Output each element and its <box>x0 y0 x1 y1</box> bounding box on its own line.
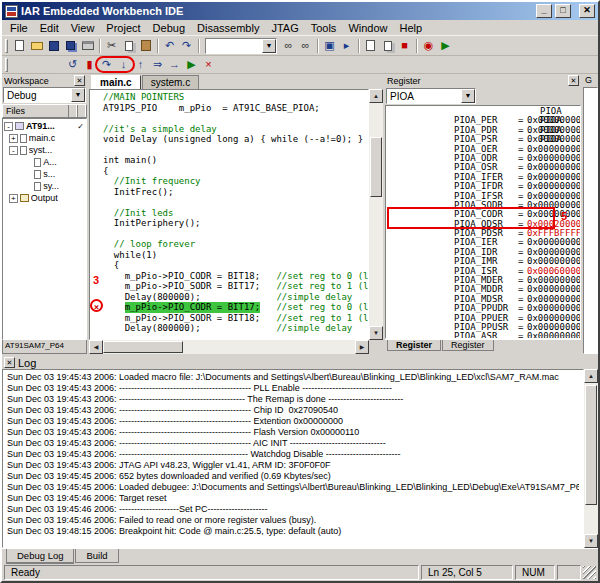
register-row[interactable]: PIOA_PDSR=0xFFFBFFFF <box>386 220 580 229</box>
code-line[interactable]: × InitFrec(); <box>90 187 368 198</box>
menu-item[interactable]: Window <box>342 21 393 35</box>
editor-vscroll-thumb[interactable] <box>370 137 382 197</box>
register-row[interactable]: PIOA_ISR=0x00060000 <box>386 257 580 266</box>
break-button[interactable]: ▮ <box>81 57 98 73</box>
breakpoint-margin[interactable]: × <box>90 313 103 324</box>
tree-expander-icon[interactable]: + <box>9 134 18 143</box>
breakpoint-margin[interactable]: × <box>90 134 103 145</box>
register-row[interactable]: PIOA_IER=0x00000000 <box>386 229 580 238</box>
code-line[interactable]: ×int main() <box>90 155 368 166</box>
paste-button[interactable] <box>137 38 154 54</box>
breakpoint-margin[interactable]: × <box>90 239 103 250</box>
find-button[interactable]: ∞ <box>280 38 297 54</box>
register-row[interactable]: PIOA_OER=0x00000000PIOA <box>386 135 580 144</box>
register-row[interactable]: PIOA_IFER=0x00000000 <box>386 163 580 172</box>
breakpoint-margin[interactable]: × <box>90 124 103 135</box>
toolbar-separator[interactable] <box>314 38 321 54</box>
code-line[interactable]: × <box>90 229 368 240</box>
breakpoint-margin[interactable]: × <box>90 103 103 114</box>
breakpoint-margin[interactable]: × <box>90 113 103 124</box>
step-out-button[interactable]: ↑ <box>132 57 149 73</box>
menu-item[interactable]: Edit <box>34 21 65 35</box>
register-row[interactable]: PIOA_IMR=0x00000000 <box>386 248 580 257</box>
scroll-left-icon[interactable]: ◀ <box>89 340 103 354</box>
editor-horizontal-scrollbar[interactable]: ◀ ▶ <box>89 340 369 354</box>
breakpoint-margin[interactable]: × <box>90 92 103 103</box>
code-line[interactable]: ×//it's a simple delay <box>90 124 368 135</box>
breakpoint-margin[interactable]: × <box>90 292 103 303</box>
menu-item[interactable]: JTAG <box>265 21 304 35</box>
cut-button[interactable]: ✂ <box>103 38 120 54</box>
print-button[interactable] <box>79 38 96 54</box>
editor-vertical-scrollbar[interactable]: ▲ ▼ <box>369 89 383 340</box>
files-header-column[interactable] <box>68 105 77 117</box>
breakpoint-margin[interactable]: × <box>90 166 103 177</box>
code-line[interactable]: ×{ <box>90 166 368 177</box>
register-row[interactable]: PIOA_ODSR=0x00020000 <box>386 210 580 219</box>
code-line[interactable]: × <box>90 113 368 124</box>
editor-hscroll-thumb[interactable] <box>103 341 183 353</box>
breakpoint-margin[interactable]: × <box>90 187 103 198</box>
bottom-tab[interactable]: Debug Log <box>6 549 74 564</box>
workspace-tree-item[interactable]: - syst... <box>3 144 86 156</box>
scroll-down-icon[interactable]: ▼ <box>584 534 598 548</box>
code-line[interactable]: × // loop forever <box>90 239 368 250</box>
maximize-button[interactable]: □ <box>555 4 571 18</box>
code-line[interactable]: × m_pPio->PIO_SODR = BIT17; //set reg to… <box>90 281 368 292</box>
toolbar-separator[interactable] <box>355 38 362 54</box>
code-line[interactable]: ×void Delay (unsigned long a) { while (-… <box>90 134 368 145</box>
breakpoint-margin[interactable]: × <box>90 145 103 156</box>
toolbar-separator[interactable] <box>96 38 103 54</box>
new-document-button[interactable] <box>11 38 28 54</box>
register-tab[interactable]: Register <box>442 340 494 351</box>
register-row[interactable]: PIOA_PPUDR=0x00000000 <box>386 295 580 304</box>
register-row[interactable]: PIOA_CODR=0x00000000 <box>386 201 580 210</box>
tree-expander-icon[interactable]: - <box>4 122 13 131</box>
code-line[interactable]: × InitPeriphery(); <box>90 218 368 229</box>
make-button[interactable] <box>379 38 396 54</box>
register-title-bar[interactable]: Register ✕ <box>385 74 581 87</box>
scroll-down-icon[interactable]: ▼ <box>369 326 383 340</box>
code-line[interactable]: × Delay(800000); //simple delay <box>90 292 368 303</box>
toolbar-grip[interactable] <box>5 58 8 72</box>
register-row[interactable]: PIOA_IFDR=0x00000000 <box>386 173 580 182</box>
log-vertical-scrollbar[interactable]: ▲ ▼ <box>584 369 598 548</box>
menu-item[interactable]: Debug <box>147 21 191 35</box>
close-button[interactable]: ✕ <box>579 4 595 18</box>
code-line[interactable]: ×AT91PS_PIO m_pPio = AT91C_BASE_PIOA; <box>90 103 368 114</box>
breakpoint-margin[interactable]: × <box>90 260 103 271</box>
workspace-bottom-tab[interactable]: AT91SAM7_P64 <box>2 340 87 354</box>
workspace-tree-item[interactable]: + Output <box>3 192 86 204</box>
scroll-up-icon[interactable]: ▲ <box>369 89 383 103</box>
code-editor[interactable]: ×//MAIN POINTERS ×AT91PS_PIO m_pPio = AT… <box>89 89 369 340</box>
next-statement-button[interactable]: ⇒ <box>149 57 166 73</box>
register-row[interactable]: PIOA_OSR=0x00000000 <box>386 154 580 163</box>
breakpoint-margin[interactable]: × <box>90 250 103 261</box>
files-header-column[interactable] <box>77 105 86 117</box>
step-into-button[interactable]: ↓ <box>115 57 132 73</box>
stop-debugging-button[interactable]: × <box>200 57 217 73</box>
code-line[interactable]: × Delay(800000); //simple delay <box>90 323 368 334</box>
reset-button[interactable]: ↺ <box>64 57 81 73</box>
register-row[interactable]: PIOA_PPUER=0x00000000 <box>386 304 580 313</box>
undo-button[interactable]: ↶ <box>161 38 178 54</box>
go-button[interactable]: ▶ <box>183 57 200 73</box>
workspace-close-icon[interactable]: ✕ <box>74 75 85 86</box>
code-line[interactable]: × m_pPio->PIO_CODR = BIT18; //set reg to… <box>90 271 368 282</box>
next-bookmark-button[interactable]: ▸ <box>338 38 355 54</box>
register-group-select[interactable]: PIOA ▼ <box>386 88 476 104</box>
register-row[interactable]: PIOA_SODR=0x00000000 <box>386 192 580 201</box>
find-next-button[interactable]: ∞ <box>297 38 314 54</box>
breakpoint-margin[interactable]: × <box>90 323 103 334</box>
workspace-target-select[interactable]: Debug ▼ <box>3 87 86 103</box>
find-combo-dropdown-icon[interactable]: ▼ <box>262 39 276 53</box>
register-row[interactable]: PIOA_ODR=0x00000000 <box>386 145 580 154</box>
breakpoint-margin[interactable]: × <box>90 218 103 229</box>
code-line[interactable]: × //Init frequency <box>90 176 368 187</box>
breakpoint-icon[interactable]: × <box>94 302 99 312</box>
workspace-tree-item[interactable]: s... <box>3 168 86 180</box>
log-close-icon[interactable]: ✕ <box>4 357 15 368</box>
breakpoint-margin[interactable]: × <box>90 197 103 208</box>
register-row[interactable]: PIOA_ASR=0x00000000 <box>386 323 580 332</box>
download-and-debug-button[interactable]: ▶ <box>437 38 454 54</box>
